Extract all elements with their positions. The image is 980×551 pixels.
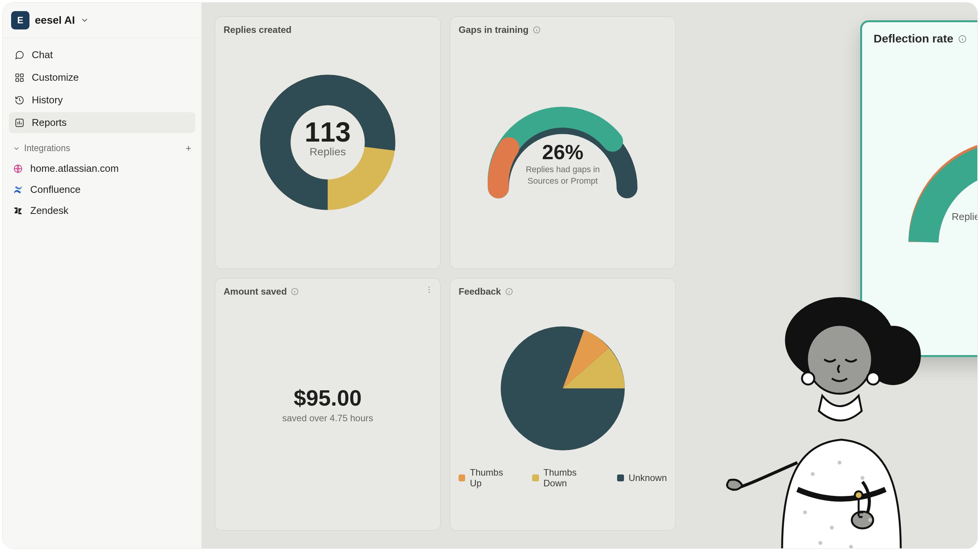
nav-label: Reports <box>32 117 67 129</box>
card-title: Gaps in training <box>459 24 529 35</box>
chat-icon <box>14 50 25 60</box>
integration-atlassian[interactable]: home.atlassian.com <box>7 158 197 179</box>
gaps-value: 26% <box>513 140 612 164</box>
feedback-legend: Thumbs Up Thumbs Down Unknown <box>459 467 667 489</box>
replies-donut-chart: 113 Replies <box>255 70 400 215</box>
svg-rect-2 <box>16 78 19 82</box>
integration-label: Confluence <box>30 184 81 196</box>
workspace-avatar: E <box>11 11 29 29</box>
reports-icon <box>14 117 25 128</box>
integrations-label: Integrations <box>24 143 70 153</box>
nav-reports[interactable]: Reports <box>9 112 195 133</box>
svg-rect-1 <box>20 74 23 77</box>
info-icon[interactable] <box>958 34 966 43</box>
svg-point-30 <box>849 545 853 549</box>
integrations-header[interactable]: Integrations + <box>7 135 197 158</box>
zendesk-icon <box>13 205 23 216</box>
info-icon[interactable] <box>505 287 513 296</box>
info-icon[interactable] <box>532 26 541 34</box>
card-title: Replies created <box>224 24 291 35</box>
card-amount-saved: Amount saved $95.00 saved over 4.75 hour… <box>215 278 441 531</box>
globe-icon <box>13 163 23 174</box>
primary-nav: Chat Customize History <box>7 42 197 135</box>
confluence-icon <box>13 184 23 195</box>
workspace-name: eesel AI <box>35 14 75 26</box>
legend-item: Unknown <box>617 473 667 483</box>
svg-point-29 <box>818 541 822 545</box>
chevron-down-icon <box>80 16 89 24</box>
card-title: Amount saved <box>224 286 287 297</box>
amount-sub: saved over 4.75 hours <box>282 413 373 424</box>
card-title: Deflection rate <box>874 32 953 45</box>
svg-rect-3 <box>20 78 23 82</box>
grid-icon <box>14 72 25 83</box>
legend-item: Thumbs Down <box>532 467 601 489</box>
history-icon <box>14 95 25 106</box>
nav-label: History <box>32 94 63 106</box>
card-deflection-rate-highlight: Deflection rate 88% Replies required no … <box>860 20 978 357</box>
svg-point-12 <box>429 292 430 293</box>
card-replies-created: Replies created 113 Replies <box>215 16 441 269</box>
card-title: Feedback <box>459 286 501 297</box>
add-integration-button[interactable]: + <box>186 142 191 154</box>
card-menu-button[interactable] <box>425 285 433 294</box>
nav-history[interactable]: History <box>9 90 195 111</box>
info-icon[interactable] <box>291 287 299 296</box>
svg-point-11 <box>429 289 430 290</box>
chevron-down-icon <box>13 145 20 152</box>
main-content: Replies created 113 Replies <box>202 3 977 548</box>
nav-chat[interactable]: Chat <box>9 44 195 65</box>
svg-point-10 <box>429 287 430 288</box>
deflection-sub: Replies required no human escalation <box>946 210 978 237</box>
deflection-value: 88% <box>946 179 978 210</box>
sidebar: E eesel AI Chat Customize <box>3 3 202 548</box>
integration-confluence[interactable]: Confluence <box>7 179 197 200</box>
integration-zendesk[interactable]: Zendesk <box>7 200 197 221</box>
card-feedback: Feedback Thumbs Up Thumbs <box>450 278 676 531</box>
gaps-sub: Replies had gaps in Sources or Prompt <box>513 164 612 186</box>
card-gaps-training: Gaps in training 26% Repl <box>450 16 676 269</box>
nav-label: Chat <box>32 49 53 61</box>
feedback-pie-chart <box>494 320 632 457</box>
replies-value: 113 <box>284 117 371 148</box>
legend-item: Thumbs Up <box>459 467 516 489</box>
integration-label: Zendesk <box>30 205 69 217</box>
svg-rect-0 <box>16 74 19 77</box>
divider <box>3 38 201 38</box>
integration-label: home.atlassian.com <box>30 163 119 174</box>
replies-sub: Replies <box>284 145 371 158</box>
nav-label: Customize <box>32 72 79 83</box>
workspace-switcher[interactable]: E eesel AI <box>7 7 197 36</box>
nav-customize[interactable]: Customize <box>9 67 195 88</box>
amount-value: $95.00 <box>294 385 361 411</box>
